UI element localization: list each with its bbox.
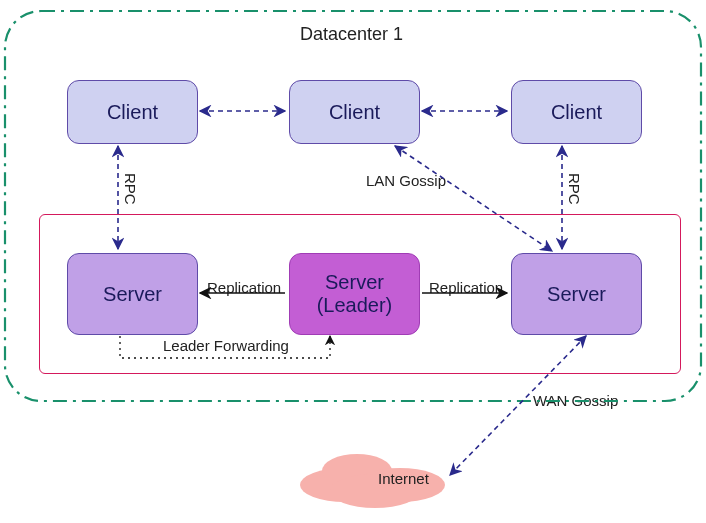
diagram-title: Datacenter 1 — [300, 24, 403, 45]
label-wan-gossip: WAN Gossip — [533, 392, 618, 409]
server-box-right: Server — [511, 253, 642, 335]
internet-cloud: Internet — [300, 450, 440, 510]
label-rpc-right: RPC — [566, 173, 583, 205]
client-box-2: Client — [289, 80, 420, 144]
label-internet: Internet — [378, 470, 429, 487]
client-box-1: Client — [67, 80, 198, 144]
label-replication-right: Replication — [429, 279, 503, 296]
label-rpc-left: RPC — [122, 173, 139, 205]
server-box-left: Server — [67, 253, 198, 335]
label-lan-gossip: LAN Gossip — [366, 172, 446, 189]
label-leader-forwarding: Leader Forwarding — [163, 337, 289, 354]
client-box-3: Client — [511, 80, 642, 144]
label-replication-left: Replication — [207, 279, 281, 296]
server-leader-box: Server (Leader) — [289, 253, 420, 335]
